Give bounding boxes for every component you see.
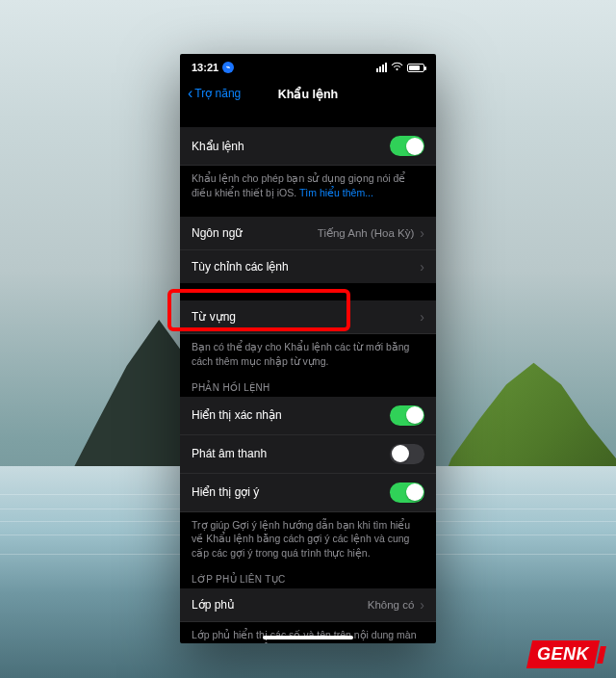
home-indicator[interactable] [263,636,353,639]
battery-icon [407,64,424,72]
chevron-right-icon: › [420,225,424,241]
vocabulary-row[interactable]: Từ vựng › [180,300,436,334]
voice-control-description: Khẩu lệnh cho phép bạn sử dụng giọng nói… [180,166,436,199]
show-confirmation-toggle[interactable] [390,405,424,426]
learn-more-link[interactable]: Tìm hiểu thêm... [299,187,373,198]
show-confirmation-row[interactable]: Hiển thị xác nhận [180,397,436,435]
voice-control-toggle-row[interactable]: Khẩu lệnh [180,127,436,166]
show-confirmation-label: Hiển thị xác nhận [192,408,282,422]
show-hints-toggle[interactable] [390,482,424,503]
vocabulary-description: Bạn có thể dạy cho Khẩu lệnh các từ mới … [180,334,436,368]
show-hints-row[interactable]: Hiển thị gợi ý [180,474,436,512]
voice-control-toggle[interactable] [390,136,424,156]
language-value: Tiếng Anh (Hoa Kỳ) [318,226,415,240]
overlay-description: Lớp phủ hiển thị các số và tên trên nội … [180,622,436,643]
play-sound-toggle[interactable] [390,444,424,464]
play-sound-row[interactable]: Phát âm thanh [180,435,436,474]
back-button[interactable]: ‹ Trợ năng [188,86,241,101]
chevron-right-icon: › [420,597,424,613]
phone-screen: 13:21 ⌁ ‹ Trợ năng Khẩu lệnh Khẩu lệnh K… [180,54,436,643]
wifi-icon [391,62,403,73]
settings-content: Khẩu lệnh Khẩu lệnh cho phép bạn sử dụng… [180,110,436,643]
overlay-label: Lớp phủ [192,598,235,612]
page-title: Khẩu lệnh [278,87,339,101]
customize-commands-row[interactable]: Tùy chỉnh các lệnh › [180,250,436,283]
language-row[interactable]: Ngôn ngữ Tiếng Anh (Hoa Kỳ) › [180,217,436,250]
cellular-icon [376,63,387,72]
chevron-right-icon: › [420,259,424,274]
show-hints-label: Hiển thị gợi ý [192,485,259,499]
language-label: Ngôn ngữ [192,226,243,240]
brand-logo: GENK [529,640,604,668]
overlay-row[interactable]: Lớp phủ Không có › [180,588,436,622]
voice-control-label: Khẩu lệnh [192,140,244,153]
vocabulary-label: Từ vựng [192,310,236,324]
navigation-bar: ‹ Trợ năng Khẩu lệnh [180,77,436,110]
hints-description: Trợ giúp Gợi ý lệnh hướng dẫn bạn khi tì… [180,512,436,561]
overlay-value: Không có [368,599,415,611]
overlay-section-header: LỚP PHỦ LIÊN TỤC [180,561,436,588]
status-bar: 13:21 ⌁ [180,54,436,77]
chevron-left-icon: ‹ [188,86,192,101]
customize-commands-label: Tùy chỉnh các lệnh [192,260,289,274]
back-label: Trợ năng [194,87,241,100]
play-sound-label: Phát âm thanh [192,447,267,460]
status-time: 13:21 [192,62,218,73]
bluetooth-icon: ⌁ [222,62,234,73]
chevron-right-icon: › [420,309,424,325]
feedback-section-header: PHẢN HỒI LỆNH [180,369,436,397]
